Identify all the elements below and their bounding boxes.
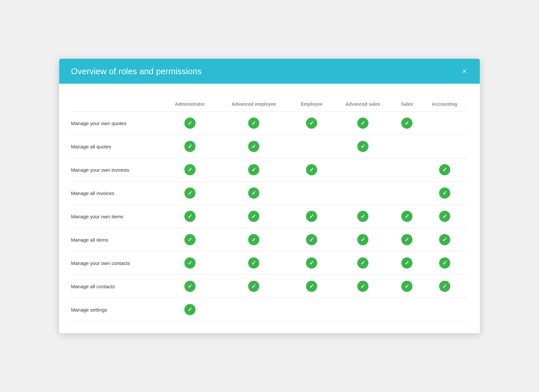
permission-cell-advanced_employee <box>217 205 291 228</box>
check-icon <box>306 281 317 292</box>
table-header-row: Administrator Advanced employee Employee… <box>71 97 468 112</box>
permission-label: Manage all contacts <box>71 275 163 298</box>
check-icon <box>248 234 259 245</box>
permission-cell-sales <box>393 228 421 251</box>
check-icon <box>248 211 259 222</box>
col-header-employee: Employee <box>291 97 333 112</box>
close-button[interactable]: × <box>461 66 468 76</box>
table-row: Manage your own items <box>71 205 468 228</box>
permission-cell-sales <box>393 112 421 135</box>
roles-permissions-modal: Overview of roles and permissions × Admi… <box>59 59 480 333</box>
permission-cell-administrator <box>163 112 217 135</box>
check-icon <box>401 234 412 245</box>
permission-cell-advanced_employee <box>217 251 291 275</box>
check-icon <box>184 118 196 129</box>
check-icon <box>401 211 412 222</box>
permission-cell-employee <box>291 182 333 205</box>
permission-cell-sales <box>393 205 421 228</box>
permission-cell-accounting <box>421 158 468 182</box>
permission-cell-accounting <box>421 182 468 205</box>
check-icon <box>248 257 259 269</box>
permission-cell-employee <box>291 298 333 321</box>
permission-cell-sales <box>393 182 421 205</box>
permission-cell-advanced_employee <box>217 112 291 135</box>
permission-label: Manage your own invoices <box>71 158 163 182</box>
permission-cell-advanced_sales <box>333 205 393 228</box>
permission-cell-employee <box>291 135 333 158</box>
permission-cell-advanced_sales <box>333 251 393 275</box>
check-icon <box>306 118 317 129</box>
modal-body: Administrator Advanced employee Employee… <box>59 84 480 333</box>
permission-cell-sales <box>393 298 421 321</box>
check-icon <box>248 141 259 152</box>
permission-label: Manage all quotes <box>71 135 163 158</box>
permission-cell-employee <box>291 275 333 298</box>
permission-cell-advanced_employee <box>217 135 291 158</box>
check-icon <box>439 281 450 292</box>
check-icon <box>401 118 412 129</box>
check-icon <box>306 211 317 222</box>
check-icon <box>184 141 196 152</box>
permission-cell-advanced_sales <box>333 158 393 182</box>
permission-cell-accounting <box>421 205 468 228</box>
permission-cell-advanced_sales <box>333 112 393 135</box>
check-icon <box>248 281 259 292</box>
permission-label: Manage all items <box>71 228 163 251</box>
permission-label: Manage your own quotes <box>71 112 163 135</box>
permission-cell-accounting <box>421 251 468 275</box>
permission-cell-advanced_sales <box>333 182 393 205</box>
table-row: Manage settings <box>71 298 468 321</box>
table-row: Manage all contacts <box>71 275 468 298</box>
table-row: Manage all items <box>71 228 468 251</box>
modal-title: Overview of roles and permissions <box>71 66 201 76</box>
permission-cell-accounting <box>421 135 468 158</box>
permission-label: Manage all invoices <box>71 182 163 205</box>
permission-cell-employee <box>291 205 333 228</box>
permission-cell-employee <box>291 158 333 182</box>
modal-header: Overview of roles and permissions × <box>59 59 480 84</box>
col-header-accounting: Accounting <box>421 97 468 112</box>
permission-cell-employee <box>291 251 333 275</box>
check-icon <box>184 211 196 222</box>
permission-cell-sales <box>393 251 421 275</box>
check-icon <box>184 164 196 175</box>
check-icon <box>357 118 368 129</box>
permission-cell-advanced_sales <box>333 228 393 251</box>
check-icon <box>306 234 317 245</box>
permission-label: Manage settings <box>71 298 163 321</box>
check-icon <box>357 141 368 152</box>
table-row: Manage your own invoices <box>71 158 468 182</box>
permission-cell-advanced_employee <box>217 182 291 205</box>
check-icon <box>248 118 259 129</box>
permission-cell-administrator <box>163 205 217 228</box>
check-icon <box>184 187 196 199</box>
permission-cell-accounting <box>421 275 468 298</box>
col-header-administrator: Administrator <box>163 97 217 112</box>
check-icon <box>248 187 259 199</box>
check-icon <box>439 234 450 245</box>
table-row: Manage all invoices <box>71 182 468 205</box>
permission-cell-employee <box>291 228 333 251</box>
check-icon <box>439 164 450 175</box>
check-icon <box>306 164 317 175</box>
check-icon <box>184 281 196 292</box>
permission-cell-advanced_employee <box>217 298 291 321</box>
permissions-table: Administrator Advanced employee Employee… <box>71 97 468 321</box>
table-row: Manage all quotes <box>71 135 468 158</box>
col-header-advanced-employee: Advanced employee <box>217 97 291 112</box>
permission-cell-sales <box>393 135 421 158</box>
permission-cell-administrator <box>163 158 217 182</box>
check-icon <box>401 281 412 292</box>
table-row: Manage your own quotes <box>71 112 468 135</box>
check-icon <box>439 211 450 222</box>
permission-cell-advanced_employee <box>217 158 291 182</box>
col-header-sales: Sales <box>393 97 421 112</box>
permission-cell-sales <box>393 275 421 298</box>
permission-cell-administrator <box>163 251 217 275</box>
check-icon <box>357 281 368 292</box>
col-header-advanced-sales: Advanced sales <box>333 97 393 112</box>
permission-cell-administrator <box>163 135 217 158</box>
permission-cell-employee <box>291 112 333 135</box>
permission-cell-accounting <box>421 112 468 135</box>
check-icon <box>357 211 368 222</box>
